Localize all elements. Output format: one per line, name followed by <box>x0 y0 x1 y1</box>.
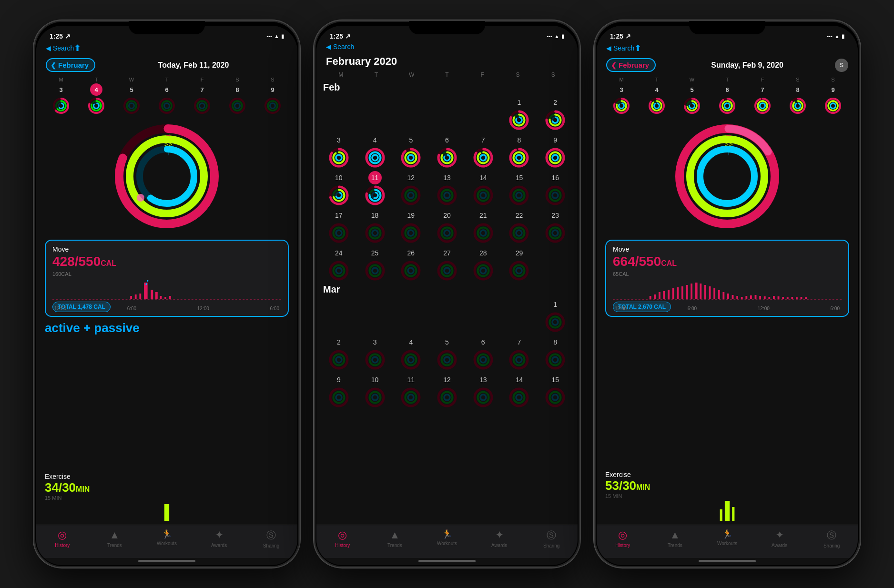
svg-point-87 <box>477 152 488 163</box>
cal-cell-feb-11-today[interactable]: 11 <box>357 170 393 207</box>
status-time-1: 1:25 ↗ <box>50 32 71 40</box>
cal-cell-feb-4[interactable]: 4 <box>357 132 393 169</box>
tab-history-1[interactable]: ◎ History <box>36 529 89 548</box>
cal-cell-feb-16[interactable]: 16 <box>538 170 573 207</box>
svg-point-218 <box>619 103 624 109</box>
svg-point-140 <box>444 230 450 236</box>
tab-awards-3[interactable]: ✦ Awards <box>753 529 806 548</box>
svg-rect-40 <box>155 292 158 299</box>
svg-point-224 <box>654 103 660 109</box>
svg-point-115 <box>406 190 417 201</box>
tab-workouts-1[interactable]: 🏃 Workouts <box>141 529 193 548</box>
svg-point-196 <box>369 392 380 403</box>
svg-point-93 <box>514 152 525 163</box>
cal-cell-feb-13[interactable]: 13 <box>429 170 465 207</box>
svg-point-122 <box>480 193 486 198</box>
workouts-label-2: Workouts <box>437 541 457 546</box>
week-col-1: T 4 <box>79 77 113 115</box>
cal-cell-feb-8[interactable]: 8 <box>502 132 537 169</box>
svg-rect-275 <box>691 284 692 299</box>
cal-cell-feb-2[interactable]: 2 <box>538 95 573 132</box>
exercise-chart-1 <box>45 502 289 521</box>
month-back-btn-3[interactable]: ❮ February <box>606 58 656 72</box>
move-card-3: Move 664/550CAL 65CAL <box>605 240 849 317</box>
tab-history-3[interactable]: ◎ History <box>597 529 649 548</box>
svg-rect-290 <box>759 296 761 299</box>
svg-rect-44 <box>160 296 162 299</box>
tab-sharing-3[interactable]: Ⓢ Sharing <box>805 529 858 548</box>
cal-cell-feb-5[interactable]: 5 <box>393 132 428 169</box>
mini-ring-col-1 <box>87 97 105 115</box>
svg-point-167 <box>516 268 522 274</box>
svg-rect-293 <box>773 296 775 299</box>
tab-trends-2[interactable]: ▲ Trends <box>369 529 421 548</box>
activity-ring-chart-1: → >> ↑ <box>112 122 222 231</box>
svg-rect-42 <box>135 294 137 299</box>
tab-workouts-2[interactable]: 🏃 Workouts <box>421 529 473 548</box>
svg-point-89 <box>480 155 486 161</box>
cal-cell-feb-10[interactable]: 10 <box>321 170 356 207</box>
nav-back-3[interactable]: ◀ Search <box>606 44 634 52</box>
cal-cell-feb-7[interactable]: 7 <box>466 132 501 169</box>
awards-icon-2: ✦ <box>495 529 504 541</box>
awards-icon-3: ✦ <box>775 529 784 541</box>
tab-history-2[interactable]: ◎ History <box>316 529 369 548</box>
tab-bar-3: ◎ History ▲ Trends 🏃 Workouts ✦ Awards Ⓢ <box>597 525 858 558</box>
svg-rect-298 <box>796 297 798 299</box>
tab-sharing-2[interactable]: Ⓢ Sharing <box>525 529 578 548</box>
tab-workouts-3[interactable]: 🏃 Workouts <box>701 529 753 548</box>
svg-point-185 <box>480 357 486 363</box>
share-btn-1[interactable]: ⬆ <box>74 43 81 53</box>
svg-rect-271 <box>672 288 674 299</box>
cal-cell-feb-15[interactable]: 15 <box>502 170 537 207</box>
status-bar-1: 1:25 ↗ ▪▪▪ ▲ ▮ <box>36 26 297 42</box>
exercise-label-1: Exercise <box>45 473 289 480</box>
tab-awards-2[interactable]: ✦ Awards <box>473 529 526 548</box>
cal-cell-feb-12[interactable]: 12 <box>393 170 428 207</box>
move-chart-1 <box>52 278 281 304</box>
cal-cell-feb-1[interactable]: 1 <box>502 95 537 132</box>
trends-icon-1: ▲ <box>110 529 120 541</box>
svg-point-121 <box>477 190 488 201</box>
exercise-section-1: Exercise 34/30MIN 15 MIN <box>36 473 297 525</box>
tab-awards-1[interactable]: ✦ Awards <box>193 529 245 548</box>
svg-point-145 <box>514 228 525 239</box>
move-value-3: 664/550CAL <box>613 254 842 269</box>
week-col-2: W 5 <box>114 77 149 115</box>
share-btn-3[interactable]: ⬆ <box>634 43 641 53</box>
nav-bar-3: ◀ Search ⬆ <box>597 42 858 56</box>
chart-y-label-3: 65CAL <box>613 271 629 277</box>
move-label-3: Move <box>613 245 842 253</box>
svg-point-133 <box>369 228 380 239</box>
cal-cell-feb-6[interactable]: 6 <box>429 132 465 169</box>
cal-cell-feb-14[interactable]: 14 <box>466 170 501 207</box>
home-indicator-3 <box>699 560 756 562</box>
tab-trends-1[interactable]: ▲ Trends <box>89 529 141 548</box>
trends-label-3: Trends <box>668 543 682 548</box>
nav-back-2[interactable]: ◀ Search <box>326 43 354 51</box>
nav-back-1[interactable]: ◀ Search <box>46 44 74 52</box>
mini-ring-col-0 <box>52 97 70 115</box>
svg-point-178 <box>406 355 417 365</box>
svg-point-26 <box>270 103 275 109</box>
svg-point-71 <box>372 155 378 161</box>
svg-rect-303 <box>720 509 722 521</box>
tab-trends-3[interactable]: ▲ Trends <box>649 529 701 548</box>
cal-cell-feb-3[interactable]: 3 <box>321 132 356 169</box>
tab-sharing-1[interactable]: Ⓢ Sharing <box>245 529 297 548</box>
cal-grid-mar: 1 2 3 4 5 6 7 8 9 10 11 12 13 14 15 <box>316 297 578 409</box>
cal-cell-feb-9[interactable]: 9 <box>538 132 573 169</box>
svg-rect-288 <box>750 295 752 299</box>
svg-point-128 <box>552 193 558 198</box>
svg-rect-292 <box>768 297 770 299</box>
svg-rect-274 <box>686 285 688 299</box>
svg-text:↑: ↑ <box>167 149 170 156</box>
svg-point-23 <box>235 103 240 109</box>
svg-point-191 <box>552 357 558 363</box>
phone-2-screen: 1:25 ↗ ▪▪▪ ▲ ▮ ◀ Search February 2020 M … <box>316 26 578 565</box>
svg-rect-270 <box>668 290 670 299</box>
battery-icon-1: ▮ <box>281 33 284 40</box>
svg-rect-277 <box>700 284 701 299</box>
month-back-btn-1[interactable]: ❮ February <box>46 58 95 72</box>
svg-point-131 <box>336 230 342 236</box>
